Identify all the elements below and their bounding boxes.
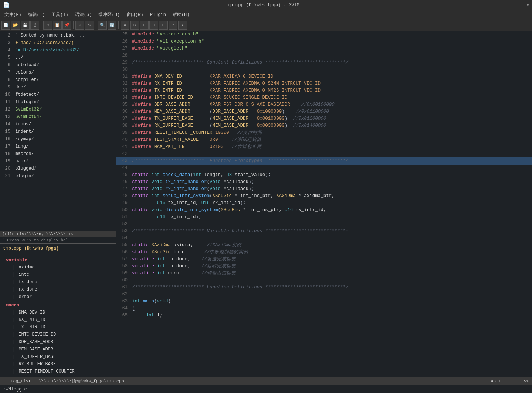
minimize-button[interactable]: —	[513, 3, 515, 7]
file-list-item[interactable]: 20 plugged/	[0, 165, 116, 172]
code-line: 43/************************* Function Pr…	[116, 157, 532, 165]
file-list-item[interactable]: 5 ../	[0, 54, 116, 61]
toolbar-b2[interactable]: B	[130, 21, 139, 30]
toolbar-open[interactable]: 📂	[11, 21, 20, 30]
toolbar-sep2	[73, 21, 74, 29]
toolbar-b4[interactable]: D	[149, 21, 158, 30]
code-text: static int setup_intr_system(XScuGic * i…	[131, 193, 335, 200]
file-list-item[interactable]: 9 doc/	[0, 84, 116, 91]
file-list-item[interactable]: 17 lang/	[0, 143, 116, 150]
tag-item[interactable]: ||DDR_BASE_ADDR	[0, 338, 116, 346]
code-line: 53/************************* Variable De…	[116, 228, 532, 235]
code-text	[131, 235, 132, 242]
file-list-item[interactable]: 12 GvimExt32/	[0, 106, 116, 113]
menu-window[interactable]: 窗口(W)	[123, 11, 146, 18]
cmdline: :WMToggle	[0, 385, 532, 393]
line-number: 48	[116, 193, 131, 200]
toolbar-b5[interactable]: E	[159, 21, 168, 30]
line-number: 51	[116, 214, 131, 221]
toolbar-b1[interactable]: A	[121, 21, 129, 30]
tag-item[interactable]: ||RESET_TIMEOUT_COUNTER	[0, 368, 116, 375]
code-line: 48static int setup_intr_system(XScuGic *…	[116, 193, 532, 200]
line-number: 50	[116, 207, 131, 214]
tag-item[interactable]: ||intc	[0, 271, 116, 278]
file-list-item[interactable]: 18 macros/	[0, 150, 116, 157]
toolbar-redo[interactable]: ↪	[85, 21, 94, 30]
code-line: 33#define TX_INTR_ID XPAR_FABRIC_AXIDMA_…	[116, 87, 532, 94]
tag-item[interactable]: ||axidma	[0, 264, 116, 271]
tag-item[interactable]: ||RX_INTR_ID	[0, 316, 116, 323]
menu-file[interactable]: 文件(F)	[1, 11, 24, 18]
code-line: 46static void tx_intr_handler(void *call…	[116, 179, 532, 186]
tag-item[interactable]: ||tx_done	[0, 278, 116, 286]
tag-item[interactable]: ||TX_BUFFER_BASE	[0, 353, 116, 360]
code-text	[131, 66, 132, 73]
code-text: #define TX_INTR_ID XPAR_FABRIC_AXIDMA_0_…	[131, 87, 321, 94]
toolbar-undo[interactable]: ↩	[75, 21, 84, 30]
menu-tools[interactable]: 工具(T)	[48, 11, 71, 18]
menu-help[interactable]: 帮助(H)	[170, 11, 193, 18]
tag-item[interactable]: ||error	[0, 293, 116, 301]
code-line: 47static void rx_intr_handler(void *call…	[116, 186, 532, 193]
code-line: 42	[116, 150, 532, 157]
close-button[interactable]: ✕	[526, 3, 529, 7]
code-line: 52	[116, 221, 532, 228]
file-list[interactable]: 2 " Sorted by name (.bak,~,.3 + hao/ (C:…	[0, 31, 116, 231]
line-number: 37	[116, 115, 131, 122]
file-list-item[interactable]: 13 GvimExt64/	[0, 113, 116, 121]
toolbar-replace[interactable]: 🔄	[108, 21, 116, 30]
menu-plugin[interactable]: Plugin	[147, 11, 169, 18]
file-list-item[interactable]: 6 autoload/	[0, 61, 116, 69]
file-list-item[interactable]: 15 indent/	[0, 128, 116, 135]
toolbar-cut[interactable]: ✂	[43, 21, 52, 30]
tag-item[interactable]: ||DMA_DEV_ID	[0, 309, 116, 316]
tag-section-variable[interactable]: variable	[0, 257, 116, 264]
file-list-item[interactable]: 8 compiler/	[0, 76, 116, 84]
line-number: 57	[116, 256, 131, 263]
file-list-item[interactable]: 2 " Sorted by name (.bak,~,.	[0, 32, 116, 39]
file-list-item[interactable]: 4 "= D:/service/vim/vim82/	[0, 47, 116, 54]
code-panel[interactable]: 25#include "xparameters.h"26#include "xi…	[116, 31, 532, 377]
file-list-item[interactable]: 14 icons/	[0, 121, 116, 128]
tag-item[interactable]: ||TX_INTR_ID	[0, 323, 116, 331]
code-text	[131, 165, 132, 172]
toolbar-find[interactable]: 🔍	[98, 21, 107, 30]
code-text: {	[131, 305, 135, 312]
menu-edit[interactable]: 编辑(E)	[25, 11, 48, 18]
code-line: 51 u16 rx_intr_id);	[116, 214, 532, 221]
toolbar-b7[interactable]: ★	[178, 21, 187, 30]
code-text: #define RX_INTR_ID XPAR_FABRIC_AXIDMA_0_…	[131, 80, 321, 87]
toolbar-b3[interactable]: C	[140, 21, 149, 30]
toolbar-print[interactable]: 🖨	[30, 21, 39, 30]
toolbar: 📄 📂 💾 🖨 ✂ 📋 📌 ↩ ↪ 🔍 🔄 A B C D E ? ★	[0, 19, 532, 31]
file-list-item[interactable]: 19 pack/	[0, 157, 116, 165]
file-list-item[interactable]: 3 + hao/ (C:/Users/hao/)	[0, 39, 116, 47]
code-content[interactable]: 25#include "xparameters.h"26#include "xi…	[116, 31, 532, 377]
toolbar-new[interactable]: 📄	[1, 21, 10, 30]
editor-area: 2 " Sorted by name (.bak,~,.3 + hao/ (C:…	[0, 31, 532, 377]
toolbar-paste[interactable]: 📌	[62, 21, 71, 30]
toolbar-copy[interactable]: 📋	[53, 21, 62, 30]
toolbar-save[interactable]: 💾	[21, 21, 30, 30]
code-text: static XScuGic intc; //中断控制器的实例	[131, 249, 248, 256]
tag-section-macro[interactable]: macro	[0, 302, 116, 309]
line-number: 65	[116, 312, 131, 319]
line-number: 31	[116, 73, 131, 80]
file-list-item[interactable]: 16 keymap/	[0, 135, 116, 143]
code-line: 44	[116, 165, 532, 172]
menu-syntax[interactable]: 语法(S)	[72, 11, 95, 18]
file-list-item[interactable]: 21 plugin/	[0, 172, 116, 180]
toolbar-b6[interactable]: ?	[169, 21, 177, 30]
app-icon: 📄	[3, 2, 9, 8]
file-list-item[interactable]: 10 ftdetect/	[0, 91, 116, 98]
menu-buffer[interactable]: 缓冲区(B)	[95, 11, 123, 18]
tag-item[interactable]: ||RX_BUFFER_BASE	[0, 360, 116, 368]
code-text: #define DDR_BASE_ADDR XPAR_PS7_DDR_0_S_A…	[131, 101, 335, 108]
file-list-item[interactable]: 11 ftplugin/	[0, 98, 116, 106]
tag-item[interactable]: ||MEM_BASE_ADDR	[0, 346, 116, 353]
tag-item[interactable]: ||INTC_DEVICE_ID	[0, 331, 116, 338]
file-list-item[interactable]: 7 colors/	[0, 69, 116, 76]
tag-item[interactable]: ||rx_done	[0, 286, 116, 293]
line-number: 28	[116, 52, 131, 59]
maximize-button[interactable]: ☐	[520, 3, 522, 7]
